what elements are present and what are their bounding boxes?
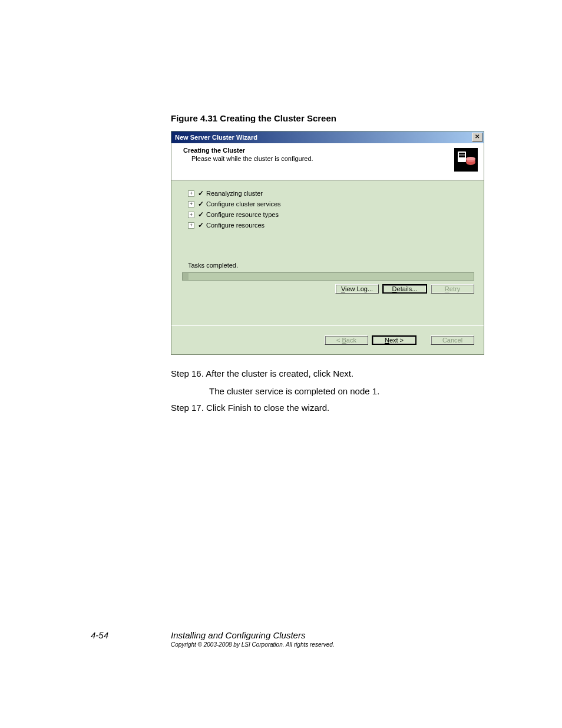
cancel-button: Cancel xyxy=(431,335,474,345)
wizard-window: New Server Cluster Wizard ✕ Creating the… xyxy=(171,131,484,355)
back-button: < Back xyxy=(325,335,368,345)
wizard-header-title: Creating the Cluster xyxy=(183,147,478,154)
expand-icon[interactable]: + xyxy=(188,212,194,218)
checkmark-icon: ✓ xyxy=(198,200,204,208)
page-number: 4-54 xyxy=(91,630,108,640)
checkmark-icon: ✓ xyxy=(198,210,204,219)
checkmark-icon: ✓ xyxy=(198,221,204,229)
details-button[interactable]: Details... xyxy=(382,284,427,294)
checkmark-icon: ✓ xyxy=(198,189,204,197)
expand-icon[interactable]: + xyxy=(188,190,194,197)
figure-caption: Figure 4.31 Creating the Cluster Screen xyxy=(171,113,336,123)
view-log-button[interactable]: View Log... xyxy=(335,284,379,294)
retry-button: Retry xyxy=(431,284,474,294)
titlebar: New Server Cluster Wizard ✕ xyxy=(171,131,484,143)
progress-fill xyxy=(183,273,189,280)
cluster-icon xyxy=(454,148,478,172)
svg-rect-3 xyxy=(459,154,465,156)
wizard-footer: < Back Next > Cancel xyxy=(171,325,484,354)
close-button[interactable]: ✕ xyxy=(472,133,482,142)
status-text: Tasks completed. xyxy=(188,262,238,269)
task-label: Configure cluster services xyxy=(206,200,281,207)
task-label: Reanalyzing cluster xyxy=(206,190,263,197)
task-row: + ✓ Configure resources xyxy=(188,220,467,230)
wizard-body: + ✓ Reanalyzing cluster + ✓ Configure cl… xyxy=(171,180,484,325)
step-16-note: The cluster service is completed on node… xyxy=(209,386,379,396)
task-row: + ✓ Reanalyzing cluster xyxy=(188,189,467,198)
task-row: + ✓ Configure resource types xyxy=(188,210,467,219)
progress-bar xyxy=(182,272,474,281)
wizard-header-subtitle: Please wait while the cluster is configu… xyxy=(183,155,478,162)
task-label: Configure resources xyxy=(206,222,265,229)
step-17-text: Step 17. Click Finish to close the wizar… xyxy=(171,403,329,413)
step-16-text: Step 16. After the cluster is created, c… xyxy=(171,368,353,378)
footer-doc-title: Installing and Configuring Clusters xyxy=(171,630,305,640)
svg-rect-4 xyxy=(459,156,465,157)
wizard-header: Creating the Cluster Please wait while t… xyxy=(171,143,484,180)
window-title: New Server Cluster Wizard xyxy=(173,134,257,141)
task-row: + ✓ Configure cluster services xyxy=(188,199,467,209)
task-label: Configure resource types xyxy=(206,211,279,218)
expand-icon[interactable]: + xyxy=(188,222,194,229)
svg-rect-2 xyxy=(459,153,465,154)
expand-icon[interactable]: + xyxy=(188,201,194,207)
next-button[interactable]: Next > xyxy=(372,335,416,345)
svg-point-7 xyxy=(466,157,475,160)
footer-copyright: Copyright © 2003-2008 by LSI Corporation… xyxy=(171,641,335,648)
